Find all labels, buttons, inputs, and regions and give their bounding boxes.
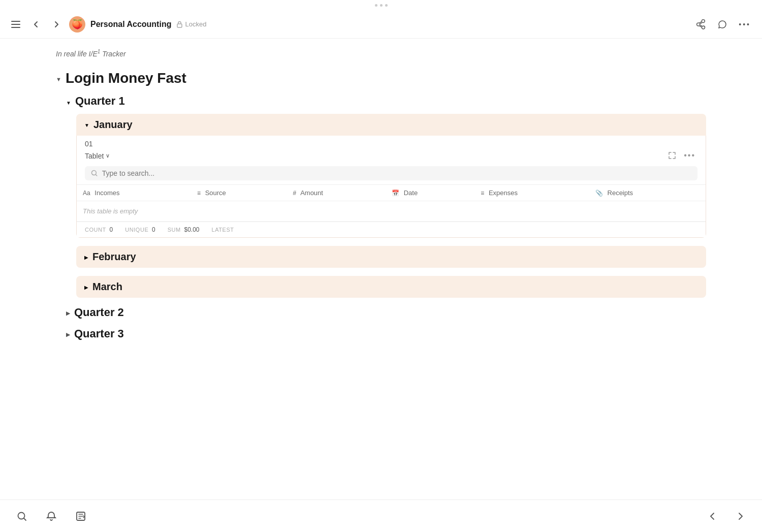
count-value: 0 xyxy=(110,226,113,233)
search-bottom-button[interactable] xyxy=(12,507,31,526)
expenses-col-icon: ≡ xyxy=(481,190,484,197)
section-title-text: Login Money Fast xyxy=(66,70,186,86)
quarter3-label: Quarter 3 xyxy=(74,327,124,340)
january-block: January 01 Tablet ∨ xyxy=(76,114,706,238)
quarter3-block: Quarter 3 xyxy=(56,327,706,340)
main-content: In real life I/E1 Tracker Login Money Fa… xyxy=(0,39,762,499)
bottom-left xyxy=(12,507,90,526)
col-incomes: Aa Incomes xyxy=(77,184,191,201)
svg-rect-3 xyxy=(177,24,182,27)
january-header[interactable]: January xyxy=(76,114,706,136)
february-block: February xyxy=(76,246,706,268)
january-title: January xyxy=(93,119,133,131)
share-button[interactable] xyxy=(693,16,709,33)
page-icon: 🍑 xyxy=(69,16,85,33)
svg-rect-0 xyxy=(11,21,20,22)
source-col-label: Source xyxy=(205,189,226,197)
count-label: COUNT xyxy=(85,227,106,233)
more-options-icon xyxy=(739,19,751,29)
quarter2-label: Quarter 2 xyxy=(74,306,124,319)
quarter3-heading[interactable]: Quarter 3 xyxy=(66,327,706,340)
window-drag-handle xyxy=(375,4,388,7)
march-block: March xyxy=(76,276,706,298)
empty-row: This table is empty xyxy=(77,201,706,221)
quarter2-toggle-arrow xyxy=(66,308,70,317)
page-title: Personal Accounting xyxy=(90,20,171,29)
amount-col-icon: # xyxy=(293,190,297,197)
receipts-col-label: Receipts xyxy=(608,189,633,197)
svg-rect-2 xyxy=(11,27,20,28)
february-header[interactable]: February xyxy=(76,246,706,268)
march-title: March xyxy=(92,281,122,293)
expand-button[interactable] xyxy=(666,149,678,162)
sum-value: $0.00 xyxy=(184,226,199,233)
search-input[interactable] xyxy=(102,169,691,177)
section-toggle-arrow[interactable] xyxy=(56,72,61,84)
navbar-right xyxy=(693,16,754,33)
quarter2-heading[interactable]: Quarter 2 xyxy=(66,306,706,319)
navigate-forward-button[interactable] xyxy=(731,507,750,526)
unique-label: UNIQUE xyxy=(125,227,148,233)
january-row-number: 01 xyxy=(77,136,706,150)
locked-badge: Locked xyxy=(176,20,206,28)
navbar: 🍑 Personal Accounting Locked xyxy=(0,10,762,39)
unique-value: 0 xyxy=(152,226,155,233)
empty-message: This table is empty xyxy=(77,201,706,221)
table-footer: COUNT 0 UNIQUE 0 SUM $0.00 LATEST xyxy=(77,222,706,237)
receipts-col-icon: 📎 xyxy=(595,190,603,197)
view-label: Tablet xyxy=(85,152,104,160)
col-date: 📅 Date xyxy=(386,184,474,201)
incomes-table: Aa Incomes ≡ Source # Amount xyxy=(77,184,706,222)
february-toggle-arrow xyxy=(84,252,88,261)
amount-col-label: Amount xyxy=(300,189,323,197)
february-title: February xyxy=(92,251,136,263)
search-bar xyxy=(85,166,697,180)
col-source: ≡ Source xyxy=(191,184,287,201)
content-area: In real life I/E1 Tracker Login Money Fa… xyxy=(0,39,762,499)
january-body: 01 Tablet ∨ ••• xyxy=(76,136,706,238)
quarter1-label: Quarter 1 xyxy=(75,95,125,108)
locked-text: Locked xyxy=(185,20,206,28)
drag-bar xyxy=(0,0,762,10)
forward-nav-button[interactable] xyxy=(49,17,64,32)
quarter3-toggle-arrow xyxy=(66,330,70,338)
col-receipts: 📎 Receipts xyxy=(589,184,706,201)
comment-button[interactable] xyxy=(714,16,731,33)
navigate-back-button[interactable] xyxy=(703,507,722,526)
col-amount: # Amount xyxy=(287,184,386,201)
search-icon xyxy=(91,170,98,177)
count-stat: COUNT 0 xyxy=(85,226,113,233)
sum-stat: SUM $0.00 xyxy=(168,226,200,233)
date-col-icon: 📅 xyxy=(392,190,399,197)
january-toggle-arrow xyxy=(84,120,89,129)
quarter1-toggle-arrow xyxy=(66,95,71,108)
bottom-bar xyxy=(0,499,762,532)
table-more-button[interactable]: ••• xyxy=(682,149,697,162)
unique-stat: UNIQUE 0 xyxy=(125,226,155,233)
date-col-label: Date xyxy=(404,189,418,197)
bottom-right xyxy=(703,507,750,526)
quarter2-block: Quarter 2 xyxy=(56,306,706,319)
quarter1-block: Quarter 1 January 01 Tablet ∨ xyxy=(56,95,706,298)
svg-rect-1 xyxy=(11,24,20,25)
incomes-col-label: Incomes xyxy=(94,189,119,197)
col-expenses: ≡ Expenses xyxy=(474,184,589,201)
source-col-icon: ≡ xyxy=(197,190,201,197)
section-title: Login Money Fast xyxy=(56,70,706,86)
more-options-button[interactable] xyxy=(736,16,754,33)
expenses-col-label: Expenses xyxy=(489,189,518,197)
navbar-left: 🍑 Personal Accounting Locked xyxy=(8,16,687,33)
view-chevron-icon: ∨ xyxy=(106,152,110,159)
menu-button[interactable] xyxy=(8,17,23,32)
compose-button[interactable] xyxy=(71,507,90,526)
notifications-button[interactable] xyxy=(42,507,61,526)
quarter1-heading[interactable]: Quarter 1 xyxy=(66,95,706,108)
subtitle: In real life I/E1 Tracker xyxy=(56,49,706,58)
latest-stat: LATEST xyxy=(211,226,234,233)
latest-label: LATEST xyxy=(211,227,234,233)
incomes-col-icon: Aa xyxy=(83,190,90,197)
sum-label: SUM xyxy=(168,227,181,233)
march-toggle-arrow xyxy=(84,282,88,291)
march-header[interactable]: March xyxy=(76,276,706,298)
back-nav-button[interactable] xyxy=(28,17,44,32)
